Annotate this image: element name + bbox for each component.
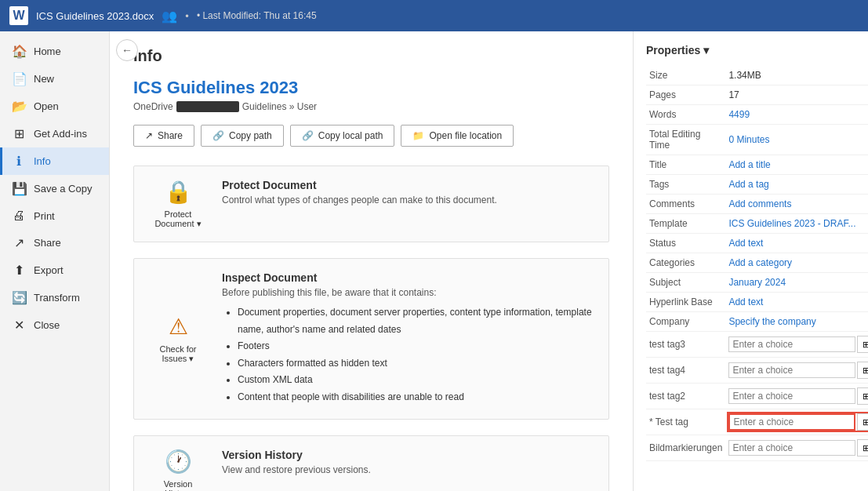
check-issues-label[interactable]: Check forIssues ▾ — [159, 344, 196, 364]
version-icon-box[interactable]: 🕐 VersionHistory — [147, 449, 209, 491]
prop-label: Bildmarkierungen — [646, 435, 725, 461]
sidebar-item-new[interactable]: 📄 New — [0, 65, 109, 93]
prop-label: Tags — [646, 175, 725, 195]
share-button[interactable]: ↗ Share — [133, 125, 194, 147]
home-icon: 🏠 — [12, 44, 26, 59]
doc-path: OneDrive Guidelines » User — [133, 101, 609, 112]
protect-desc: Control what types of changes people can… — [222, 195, 596, 205]
inspect-section: ⚠ Check forIssues ▾ Inspect Document Bef… — [133, 258, 609, 420]
sidebar-item-save-copy[interactable]: 💾 Save a Copy — [0, 175, 109, 202]
sidebar-item-open[interactable]: 📂 Open — [0, 93, 109, 120]
list-item: Document properties, document server pro… — [238, 304, 596, 338]
prop-value[interactable]: 4499 — [725, 105, 868, 125]
inspect-icon-box[interactable]: ⚠ Check forIssues ▾ — [147, 271, 209, 406]
copy-local-path-label: Copy local path — [318, 130, 383, 141]
list-item: Content that people with disabilities ar… — [238, 389, 596, 406]
sidebar-item-get-add-ins[interactable]: ⊞ Get Add-ins — [0, 120, 109, 147]
prop-row: TemplateICS Guidelines 2023 - DRAF... — [646, 214, 868, 234]
protect-section: 🔒 ProtectDocument ▾ Protect Document Con… — [133, 165, 609, 242]
people-icon[interactable]: 👥 — [162, 9, 177, 24]
action-buttons: ↗ Share 🔗 Copy path 🔗 Copy local path 📁 … — [133, 125, 609, 147]
prop-label: Pages — [646, 85, 725, 105]
inspect-content: Inspect Document Before publishing this … — [222, 271, 596, 406]
lock-icon: 🔒 — [165, 179, 192, 205]
prop-value[interactable]: Add a title — [725, 155, 868, 175]
sidebar-label-home: Home — [34, 45, 61, 57]
version-history-label[interactable]: VersionHistory — [164, 479, 193, 491]
sidebar-label-new: New — [34, 73, 54, 85]
version-section: 🕐 VersionHistory Version History View an… — [133, 435, 609, 491]
prop-row: CategoriesAdd a category — [646, 253, 868, 273]
prop-value[interactable]: ⊞ — [725, 384, 868, 409]
sidebar-label-export: Export — [34, 264, 64, 276]
print-icon: 🖨 — [12, 209, 26, 223]
prop-value[interactable]: January 2024 — [725, 273, 868, 293]
prop-value[interactable]: ⊞ — [725, 435, 868, 461]
prop-label: Comments — [646, 195, 725, 214]
prop-value[interactable]: ⊞ — [725, 409, 868, 435]
prop-label: Company — [646, 312, 725, 332]
sidebar-item-export[interactable]: ⬆ Export — [0, 256, 109, 284]
prop-choice-input[interactable] — [728, 413, 855, 431]
prop-choice-input[interactable] — [728, 388, 855, 404]
prop-value[interactable]: Add text — [725, 234, 868, 253]
prop-choice-button[interactable]: ⊞ — [857, 439, 868, 456]
copy-local-path-button[interactable]: 🔗 Copy local path — [290, 125, 395, 147]
sidebar-item-share[interactable]: ↗ Share — [0, 229, 109, 256]
export-icon: ⬆ — [12, 263, 26, 278]
topbar: W ICS Guidelines 2023.docx 👥 • • Last Mo… — [0, 0, 868, 31]
prop-row: CommentsAdd comments — [646, 195, 868, 214]
copy-path-button[interactable]: 🔗 Copy path — [201, 125, 284, 147]
prop-value[interactable]: Add a category — [725, 253, 868, 273]
prop-row: CompanySpecify the company — [646, 312, 868, 332]
masked-path — [176, 101, 239, 112]
properties-header[interactable]: Properties ▾ — [646, 44, 855, 56]
version-content: Version History View and restore previou… — [222, 449, 596, 491]
sidebar-label-transform: Transform — [34, 292, 80, 304]
prop-choice-input[interactable] — [728, 362, 855, 378]
prop-choice-button[interactable]: ⊞ — [857, 336, 868, 353]
prop-label: Status — [646, 234, 725, 253]
sidebar-item-home[interactable]: 🏠 Home — [0, 38, 109, 65]
sidebar-item-transform[interactable]: 🔄 Transform — [0, 284, 109, 311]
protect-icon-box[interactable]: 🔒 ProtectDocument ▾ — [147, 179, 209, 229]
prop-value[interactable]: 0 Minutes — [725, 125, 868, 155]
prop-value[interactable]: Add text — [725, 293, 868, 312]
back-button[interactable]: ← — [116, 39, 138, 61]
prop-choice-button[interactable]: ⊞ — [857, 387, 868, 405]
properties-panel: Properties ▾ Size1.34MBPages17Words4499T… — [633, 31, 868, 491]
prop-row: Bildmarkierungen⊞ — [646, 435, 868, 461]
check-issues-icon: ⚠ — [169, 314, 188, 340]
protect-label[interactable]: ProtectDocument ▾ — [154, 209, 201, 229]
prop-choice-input[interactable] — [728, 440, 855, 456]
share-btn-icon: ↗ — [145, 130, 153, 141]
open-file-location-button[interactable]: 📁 Open file location — [401, 125, 514, 147]
prop-row: SubjectJanuary 2024 — [646, 273, 868, 293]
sidebar-item-print[interactable]: 🖨 Print — [0, 202, 109, 229]
prop-label: Title — [646, 155, 725, 175]
prop-value[interactable]: Add a tag — [725, 175, 868, 195]
sidebar-item-info[interactable]: ℹ Info — [0, 147, 109, 175]
prop-value: 17 — [725, 85, 868, 105]
new-icon: 📄 — [12, 71, 26, 86]
close-icon: ✕ — [12, 318, 26, 333]
prop-value[interactable]: Add comments — [725, 195, 868, 214]
prop-choice-input[interactable] — [728, 336, 855, 352]
prop-label: test tag2 — [646, 384, 725, 409]
protect-heading: Protect Document — [222, 179, 596, 191]
prop-value[interactable]: ⊞ — [725, 332, 868, 358]
inspect-desc: Before publishing this file, be aware th… — [222, 287, 596, 298]
prop-choice-button[interactable]: ⊞ — [857, 362, 868, 379]
prop-value[interactable]: ⊞ — [725, 358, 868, 384]
prop-value[interactable]: Specify the company — [725, 312, 868, 332]
prop-value[interactable]: ICS Guidelines 2023 - DRAF... — [725, 214, 868, 234]
sidebar-label-close: Close — [34, 319, 60, 331]
sidebar-item-close[interactable]: ✕ Close — [0, 311, 109, 339]
prop-choice-button[interactable]: ⊞ — [857, 413, 868, 431]
save-copy-icon: 💾 — [12, 181, 26, 196]
prop-row: * Test tag⊞ — [646, 409, 868, 435]
version-desc: View and restore previous versions. — [222, 464, 596, 475]
sidebar-label-print: Print — [34, 210, 55, 222]
prop-row: TitleAdd a title — [646, 155, 868, 175]
doc-title: ICS Guidelines 2023 — [133, 78, 609, 98]
